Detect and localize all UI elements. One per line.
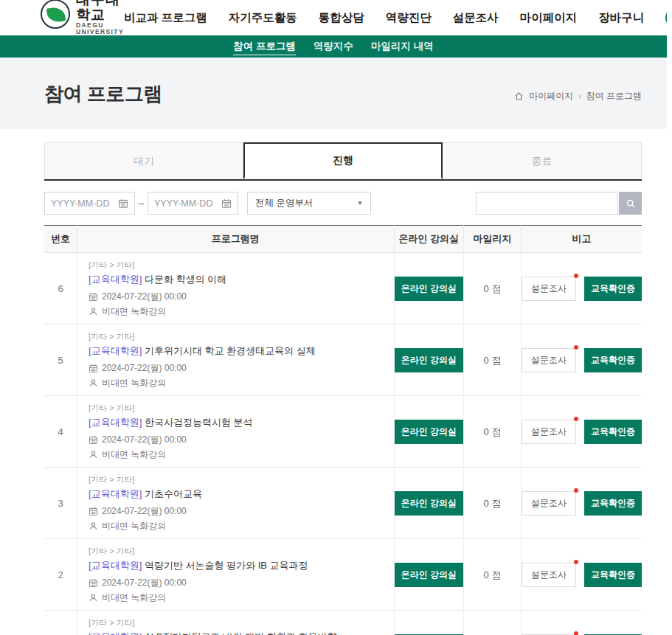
row-number: 3 — [44, 468, 77, 539]
education-certificate-button[interactable]: 교육확인증 — [584, 491, 642, 516]
nav-item-competency[interactable]: 역량진단 — [386, 10, 432, 26]
program-title-link[interactable]: 다문화 학생의 이해 — [145, 274, 226, 285]
nav-item-survey[interactable]: 설문조사 — [453, 10, 499, 26]
education-certificate-button[interactable]: 교육확인증 — [584, 348, 642, 372]
nav-item-selfdirected[interactable]: 자기주도활동 — [229, 10, 297, 26]
date-to-input[interactable] — [154, 198, 216, 209]
mileage-cell: 0 점 — [463, 396, 521, 468]
logo-title: 대구대학교 — [76, 0, 124, 22]
survey-button[interactable]: 설문조사 — [522, 491, 576, 516]
education-certificate-button[interactable]: 교육확인증 — [584, 420, 642, 444]
survey-button[interactable]: 설문조사 — [522, 277, 576, 301]
mileage-cell: 0 점 — [463, 468, 521, 539]
program-org-link[interactable]: [교육대학원] — [89, 345, 142, 356]
nav-item-cart[interactable]: 장바구니 — [598, 10, 644, 26]
online-classroom-button[interactable]: 온라인 강의실 — [395, 277, 463, 301]
home-icon[interactable] — [514, 91, 524, 101]
online-classroom-button[interactable]: 온라인 강의실 — [395, 348, 463, 372]
program-category: [기타 > 기타] — [89, 617, 387, 628]
survey-button[interactable]: 설문조사 — [522, 348, 576, 372]
program-cell: [기타 > 기타] [교육대학원] 기후위기시대 학교 환경생태교육의 실제 2… — [77, 325, 395, 396]
calendar-icon[interactable] — [221, 198, 232, 209]
title-band: 참여 프로그램 마이페이지 › 참여 프로그램 — [0, 58, 667, 129]
top-header: 대구대학교 DAEGU UNIVERSITY 비교과 프로그램 자기주도활동 통… — [0, 0, 667, 35]
etc-cell: 설문조사 교육확인증 — [521, 253, 642, 325]
etc-cell: 설문조사 교육확인증 — [521, 539, 642, 611]
etc-cell: 설문조사 교육확인증 — [521, 468, 642, 539]
subnav-item-participation[interactable]: 참여 프로그램 — [233, 38, 296, 55]
breadcrumb-current[interactable]: 참여 프로그램 — [586, 90, 642, 103]
tab-ended[interactable]: 종료 — [443, 142, 642, 179]
col-header-classroom: 온라인 강의실 — [394, 226, 463, 253]
nav-item-mypage[interactable]: 마이페이지 — [520, 10, 578, 26]
breadcrumb-mypage[interactable]: 마이페이지 — [529, 90, 573, 103]
notification-dot-icon — [574, 488, 578, 493]
program-org-link[interactable]: [교육대학원] — [89, 560, 142, 571]
department-select[interactable]: 전체 운영부서 ▼ — [247, 192, 371, 215]
online-classroom-button[interactable]: 온라인 강의실 — [395, 491, 463, 516]
program-date: 2024-07-22(월) 00:00 — [89, 362, 387, 375]
program-org-link[interactable]: [교육대학원] — [89, 274, 142, 285]
scrollbar-track[interactable] — [667, 0, 672, 635]
program-title-link[interactable]: 한국사검정능력시험 분석 — [145, 417, 253, 428]
subnav-item-mileage-history[interactable]: 마일리지 내역 — [371, 38, 434, 55]
notification-dot-icon — [574, 417, 578, 421]
col-header-no: 번호 — [44, 226, 77, 253]
mileage-value: 0 점 — [484, 355, 502, 366]
table-row: 4 [기타 > 기타] [교육대학원] 한국사검정능력시험 분석 2024-07… — [44, 396, 642, 468]
program-date-text: 2024-07-22(월) 00:00 — [102, 434, 187, 446]
classroom-cell: 온라인 강의실 — [394, 611, 463, 635]
program-org-link[interactable]: [교육대학원] — [89, 631, 142, 635]
program-date-text: 2024-07-22(월) 00:00 — [102, 291, 187, 303]
program-category: [기타 > 기타] — [89, 331, 387, 342]
program-category: [기타 > 기타] — [89, 260, 387, 271]
program-org-link[interactable]: [교육대학원] — [89, 488, 142, 499]
search-submit-button[interactable] — [619, 192, 642, 215]
notification-dot-icon — [574, 560, 578, 564]
program-title-link[interactable]: 역량기반 서논술형 평가와 IB 교육과정 — [145, 560, 308, 571]
tab-waiting[interactable]: 대기 — [44, 142, 243, 179]
program-title-link[interactable]: AI DT(디지털교과서)의 개발 현황과 활용방향 — [145, 631, 337, 635]
program-title-link[interactable]: 기초수어교육 — [145, 488, 202, 499]
nav-item-programs[interactable]: 비교과 프로그램 — [124, 10, 207, 26]
notification-dot-icon — [574, 274, 578, 278]
person-icon — [89, 307, 98, 316]
sub-nav: 참여 프로그램 역량지수 마일리지 내역 — [0, 35, 667, 58]
program-method-text: 비대면 녹화강의 — [102, 305, 166, 318]
subnav-item-competency-index[interactable]: 역량지수 — [314, 38, 353, 55]
calendar-icon — [89, 578, 98, 588]
program-method: 비대면 녹화강의 — [89, 448, 387, 461]
program-category: [기타 > 기타] — [89, 546, 387, 557]
breadcrumb: 마이페이지 › 참여 프로그램 — [514, 90, 642, 103]
university-logo[interactable]: 대구대학교 DAEGU UNIVERSITY — [41, 0, 124, 35]
nav-item-counseling[interactable]: 통합상담 — [319, 10, 364, 26]
program-org-link[interactable]: [교육대학원] — [89, 417, 142, 428]
date-from-input[interactable] — [51, 198, 113, 209]
program-date-text: 2024-07-22(월) 00:00 — [102, 505, 187, 518]
table-row: 3 [기타 > 기타] [교육대학원] 기초수어교육 2024-07-22(월)… — [44, 468, 642, 539]
calendar-icon[interactable] — [118, 198, 128, 209]
mileage-cell: 0 점 — [463, 253, 521, 325]
classroom-cell: 온라인 강의실 — [394, 539, 463, 611]
row-number: 1 — [44, 611, 77, 635]
online-classroom-button[interactable]: 온라인 강의실 — [395, 563, 463, 587]
mileage-cell: 0 점 — [463, 539, 521, 611]
table-row: 5 [기타 > 기타] [교육대학원] 기후위기시대 학교 환경생태교육의 실제… — [44, 325, 642, 396]
calendar-icon — [89, 364, 98, 373]
department-select-value: 전체 운영부서 — [255, 197, 313, 209]
survey-button[interactable]: 설문조사 — [522, 420, 576, 444]
online-classroom-button[interactable]: 온라인 강의실 — [395, 420, 463, 444]
col-header-mileage: 마일리지 — [463, 226, 521, 253]
program-title-link[interactable]: 기후위기시대 학교 환경생태교육의 실제 — [145, 345, 316, 356]
education-certificate-button[interactable]: 교육확인증 — [584, 277, 642, 301]
program-category: [기타 > 기타] — [89, 403, 387, 414]
notification-dot-icon — [574, 631, 578, 635]
date-to-box — [148, 192, 238, 215]
tab-in-progress[interactable]: 진행 — [243, 142, 443, 179]
content: 대기 진행 종료 – — [44, 142, 642, 635]
survey-button[interactable]: 설문조사 — [522, 563, 576, 587]
education-certificate-button[interactable]: 교육확인증 — [584, 563, 642, 587]
classroom-cell: 온라인 강의실 — [394, 396, 463, 468]
search-input[interactable] — [476, 192, 618, 215]
table-row: 2 [기타 > 기타] [교육대학원] 역량기반 서논술형 평가와 IB 교육과… — [44, 539, 642, 611]
